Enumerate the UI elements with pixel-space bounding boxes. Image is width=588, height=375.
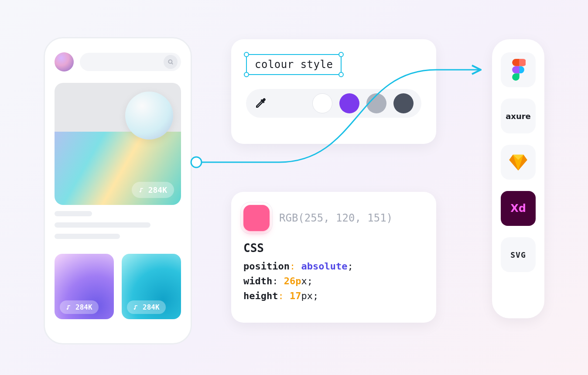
play-count: 284K (75, 303, 92, 311)
skeleton-line (55, 234, 120, 239)
css-info-panel: RGB(255, 120, 151) CSS position: absolut… (231, 192, 436, 323)
music-note-icon (133, 304, 139, 310)
play-count: 284K (148, 185, 167, 194)
eyedropper-icon[interactable] (254, 97, 267, 110)
swatch-dark[interactable] (393, 93, 414, 113)
swatch-bar (246, 89, 421, 118)
export-rail: axure Xd SVG (492, 39, 544, 318)
phone-mock: 284K 284K 284K (44, 37, 192, 344)
axure-label: axure (506, 112, 531, 121)
play-count-badge: 284K (127, 300, 166, 314)
xd-label: Xd (510, 202, 526, 215)
export-axure[interactable]: axure (501, 99, 536, 133)
rgb-value: RGB(255, 120, 151) (279, 212, 393, 224)
skeleton-line (55, 211, 92, 216)
music-note-icon (139, 187, 145, 193)
avatar[interactable] (55, 52, 74, 72)
export-svg[interactable]: SVG (501, 237, 536, 272)
colour-style-field[interactable]: colour style (246, 54, 342, 75)
play-count-badge: 284K (132, 182, 174, 198)
selection-handle[interactable] (338, 72, 344, 77)
thumbnail-row: 284K 284K (55, 254, 181, 319)
sketch-icon (509, 154, 527, 170)
selection-handle[interactable] (244, 52, 249, 57)
swatch-white[interactable] (312, 93, 332, 113)
music-note-icon (66, 304, 72, 310)
svg-point-8 (191, 157, 202, 167)
swatch-violet[interactable] (339, 93, 359, 113)
svg-line-1 (171, 63, 173, 64)
selection-handle[interactable] (338, 52, 344, 57)
color-chip[interactable] (243, 205, 270, 231)
thumbnail-card[interactable]: 284K (55, 254, 114, 319)
hero-card[interactable]: 284K (55, 83, 181, 205)
play-count: 284K (143, 303, 160, 311)
phone-header (55, 52, 181, 72)
colour-style-label: colour style (255, 58, 333, 71)
style-panel: colour style (231, 39, 436, 144)
css-code-block: position: absolute; width: 26px; height:… (243, 259, 424, 303)
swatch-grey[interactable] (366, 93, 386, 113)
play-count-badge: 284K (60, 300, 99, 314)
export-xd[interactable]: Xd (501, 191, 536, 226)
css-heading: CSS (243, 242, 424, 255)
search-icon[interactable] (164, 55, 178, 69)
hero-bubble (125, 92, 173, 140)
svg-label: SVG (510, 250, 526, 259)
export-sketch[interactable] (501, 145, 536, 180)
svg-point-0 (168, 60, 172, 63)
figma-icon (511, 59, 526, 81)
skeleton-line (55, 222, 150, 228)
selection-handle[interactable] (244, 72, 249, 77)
export-figma[interactable] (501, 52, 536, 87)
search-input[interactable] (80, 53, 181, 71)
thumbnail-card[interactable]: 284K (122, 254, 181, 319)
